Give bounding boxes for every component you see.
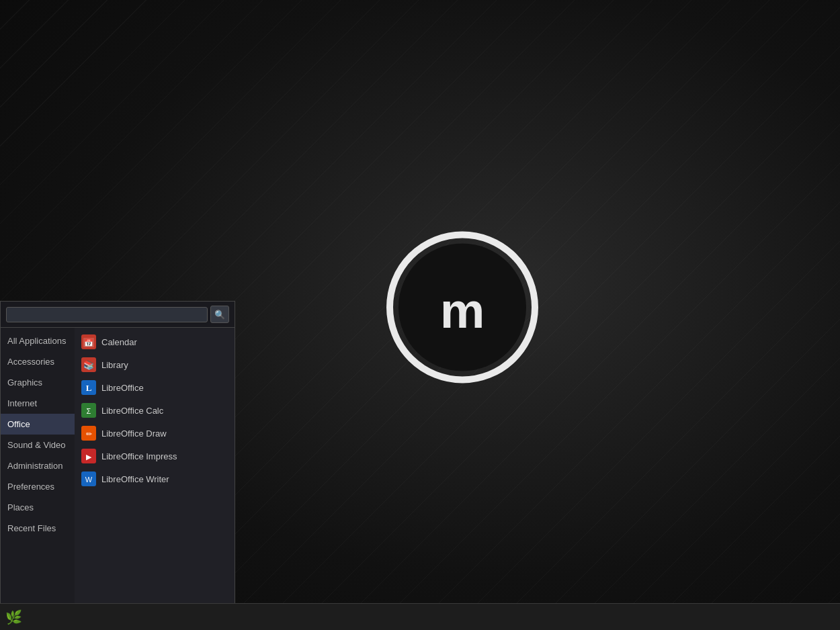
app-item-libreoffice-calc[interactable]: ΣLibreOffice Calc	[75, 399, 235, 422]
writer-icon: W	[81, 471, 96, 486]
libreoffice-icon: L	[81, 380, 96, 395]
svg-text:📚: 📚	[83, 359, 95, 371]
app-label-calendar: Calendar	[101, 337, 137, 347]
category-item-graphics[interactable]: Graphics	[1, 372, 75, 393]
app-label-libreoffice-impress: LibreOffice Impress	[101, 451, 177, 461]
app-label-libreoffice-writer: LibreOffice Writer	[101, 474, 169, 484]
category-item-sound-video[interactable]: Sound & Video	[1, 435, 75, 455]
taskbar: 🌿	[0, 603, 840, 630]
app-item-libreoffice-draw[interactable]: ✏LibreOffice Draw	[75, 422, 235, 445]
app-item-libreoffice-writer[interactable]: WLibreOffice Writer	[75, 467, 235, 490]
svg-text:▶: ▶	[86, 453, 92, 461]
desktop: m 🔍 All ApplicationsAccessoriesGraphicsI…	[0, 0, 840, 630]
svg-text:✏: ✏	[86, 430, 93, 438]
calendar-icon: 📅	[81, 334, 96, 349]
category-item-accessories[interactable]: Accessories	[1, 351, 75, 372]
category-item-internet[interactable]: Internet	[1, 393, 75, 414]
app-item-libreoffice-impress[interactable]: ▶LibreOffice Impress	[75, 445, 235, 467]
start-button[interactable]: 🌿	[0, 604, 27, 631]
menu-panel: 🔍 All ApplicationsAccessoriesGraphicsInt…	[0, 301, 235, 603]
svg-text:📅: 📅	[84, 338, 93, 347]
category-item-office[interactable]: Office	[1, 414, 75, 435]
category-item-places[interactable]: Places	[1, 497, 75, 518]
draw-icon: ✏	[81, 426, 96, 441]
svg-text:m: m	[439, 282, 485, 339]
app-item-library[interactable]: 📚Library	[75, 353, 235, 376]
lm-logo: m	[385, 230, 540, 385]
category-panel: All ApplicationsAccessoriesGraphicsInter…	[1, 328, 75, 603]
impress-icon: ▶	[81, 449, 96, 463]
apps-panel: 📅Calendar📚LibraryLLibreOfficeΣLibreOffic…	[75, 328, 235, 603]
calc-icon: Σ	[81, 403, 96, 418]
svg-text:L: L	[86, 383, 92, 393]
search-bar: 🔍	[1, 302, 235, 328]
svg-text:Σ: Σ	[87, 407, 91, 415]
search-button[interactable]: 🔍	[210, 306, 229, 323]
app-label-libreoffice: LibreOffice	[101, 383, 144, 393]
app-item-libreoffice[interactable]: LLibreOffice	[75, 376, 235, 399]
app-label-libreoffice-calc: LibreOffice Calc	[101, 406, 163, 416]
category-item-preferences[interactable]: Preferences	[1, 476, 75, 497]
app-item-calendar[interactable]: 📅Calendar	[75, 330, 235, 353]
menu-content: All ApplicationsAccessoriesGraphicsInter…	[1, 328, 235, 603]
category-item-recent-files[interactable]: Recent Files	[1, 518, 75, 539]
category-item-all-applications[interactable]: All Applications	[1, 330, 75, 351]
library-icon: 📚	[81, 357, 96, 372]
category-item-administration[interactable]: Administration	[1, 455, 75, 476]
app-label-libreoffice-draw: LibreOffice Draw	[101, 429, 167, 439]
svg-text:W: W	[85, 476, 93, 484]
app-label-library: Library	[101, 360, 128, 370]
search-input[interactable]	[6, 307, 208, 322]
